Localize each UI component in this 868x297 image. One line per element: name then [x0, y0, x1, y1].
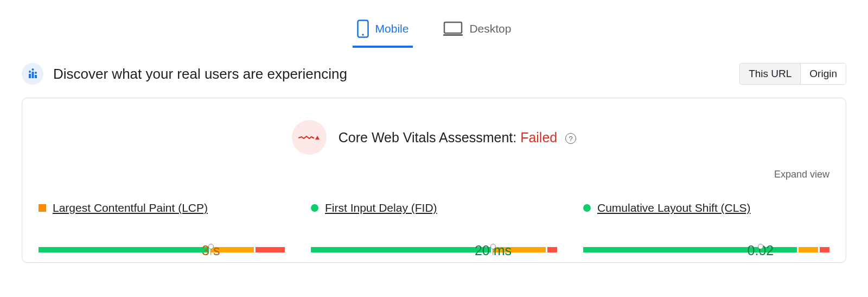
vitals-card: Core Web Vitals Assessment: Failed ? Exp… — [22, 98, 846, 263]
status-dot-cls — [583, 204, 591, 212]
metric-fid: First Input Delay (FID) 20 ms — [311, 201, 557, 262]
gauge-marker-cls — [758, 244, 763, 249]
svg-point-8 — [32, 68, 34, 71]
toggle-this-url[interactable]: This URL — [740, 64, 800, 84]
section-header: Discover what your real users are experi… — [0, 48, 868, 85]
svg-marker-10 — [315, 136, 320, 140]
failed-trend-icon — [292, 120, 327, 155]
metrics-row: Largest Contentful Paint (LCP) 3 s First — [39, 201, 829, 262]
gauge-marker-fid — [490, 244, 496, 249]
device-tabs: Mobile Desktop — [0, 0, 868, 48]
assessment-text: Core Web Vitals Assessment: Failed ? — [339, 130, 576, 146]
gauge-cls — [583, 247, 829, 252]
svg-rect-6 — [35, 75, 37, 78]
tab-desktop-label: Desktop — [469, 22, 511, 35]
svg-rect-11 — [312, 137, 314, 138]
svg-rect-3 — [443, 34, 463, 36]
svg-point-9 — [35, 72, 37, 74]
metric-name-cls[interactable]: Cumulative Layout Shift (CLS) — [597, 201, 750, 214]
section-title: Discover what your real users are experi… — [53, 66, 739, 83]
toggle-origin[interactable]: Origin — [800, 64, 846, 84]
tab-mobile[interactable]: Mobile — [353, 13, 413, 48]
metric-cls: Cumulative Layout Shift (CLS) 0.02 — [583, 201, 829, 262]
status-dot-lcp — [39, 204, 46, 212]
desktop-icon — [443, 21, 463, 36]
svg-point-7 — [29, 71, 31, 73]
assessment-status: Failed — [520, 130, 557, 145]
status-dot-fid — [311, 204, 318, 212]
metric-lcp: Largest Contentful Paint (LCP) 3 s — [39, 201, 285, 262]
svg-point-1 — [362, 34, 364, 36]
gauge-fid — [311, 247, 557, 252]
svg-rect-2 — [444, 22, 462, 33]
users-icon — [22, 63, 43, 85]
assessment-row: Core Web Vitals Assessment: Failed ? — [39, 120, 829, 155]
svg-rect-4 — [29, 74, 31, 78]
expand-view-link[interactable]: Expand view — [774, 169, 829, 180]
gauge-marker-lcp — [208, 244, 214, 249]
metric-name-fid[interactable]: First Input Delay (FID) — [325, 201, 437, 214]
gauge-lcp — [39, 247, 285, 252]
scope-toggle: This URL Origin — [739, 63, 846, 85]
assessment-label: Core Web Vitals Assessment: — [339, 130, 516, 145]
help-icon[interactable]: ? — [565, 133, 576, 144]
tab-mobile-label: Mobile — [375, 22, 409, 35]
mobile-icon — [357, 20, 369, 38]
metric-name-lcp[interactable]: Largest Contentful Paint (LCP) — [53, 201, 208, 214]
tab-desktop[interactable]: Desktop — [439, 15, 515, 46]
svg-rect-5 — [32, 72, 34, 78]
